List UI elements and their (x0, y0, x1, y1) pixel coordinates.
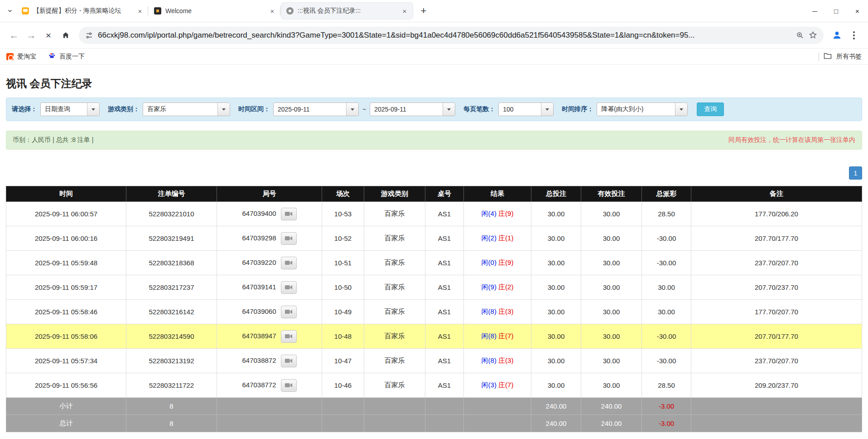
zoom-icon[interactable] (796, 31, 804, 39)
stop-loading-icon[interactable]: × (41, 28, 56, 43)
total-bet-cell[interactable]: 30.00 (531, 275, 581, 300)
valid-bet-cell: 30.00 (581, 324, 642, 349)
dropdown-button[interactable] (217, 103, 230, 116)
site-settings-icon[interactable] (85, 31, 93, 39)
query-button[interactable]: 查询 (697, 102, 724, 116)
table-row: 2025-09-11 05:58:06522803214590647038947… (6, 324, 862, 349)
dropdown-button[interactable] (675, 103, 687, 116)
bookmark-taobao[interactable]: 爱淘宝 (6, 53, 36, 61)
dropdown-button[interactable] (87, 103, 99, 116)
result-player: 闲(8) (482, 332, 497, 340)
note-cell: 177.70/207.70 (691, 300, 862, 324)
home-icon[interactable] (58, 28, 73, 43)
empty-cell (425, 398, 464, 415)
game-type-dropdown[interactable]: 百家乐 (143, 102, 230, 116)
total-bet-cell[interactable]: 30.00 (531, 202, 581, 226)
video-replay-icon[interactable] (281, 306, 297, 318)
subtotal-count-cell: 8 (126, 398, 217, 415)
maximize-button[interactable]: □ (825, 0, 847, 22)
total-bet-cell[interactable]: 30.00 (531, 373, 581, 398)
round-number: 647038772 (242, 380, 276, 388)
session-cell: 10-51 (322, 251, 364, 275)
column-header: 有效投注 (581, 186, 642, 202)
forward-icon[interactable]: → (24, 28, 39, 43)
tab-close-icon[interactable]: × (136, 7, 144, 15)
tab-search-chevron-icon[interactable] (4, 5, 16, 17)
game-type-cell: 百家乐 (364, 300, 425, 324)
page-size-label: 每页笔数： (463, 105, 495, 113)
bookmark-star-icon[interactable] (809, 31, 817, 39)
browser-tab-3-active[interactable]: :::视讯 会员下注纪录::: × (281, 2, 413, 20)
note-cell: 207.70/237.70 (691, 275, 862, 300)
round-cell: 647039220 (217, 251, 322, 275)
date-to-value[interactable]: 2025-09-11 (370, 103, 443, 116)
bookmark-baidu[interactable]: 百度一下 (48, 52, 85, 61)
total-bet-cell[interactable]: 30.00 (531, 349, 581, 373)
profile-icon[interactable] (829, 28, 844, 43)
result-banker: 庄(3) (498, 307, 513, 315)
summary-bar: 币别：人民币 | 总共 :8 注单 | 同局有效投注，统一计算在该局第一张注单内 (6, 131, 862, 150)
select-mode-value[interactable]: 日期查询 (41, 103, 87, 116)
url-bar[interactable]: 66cxkj98.com/ipl/portal.php/game/betreco… (79, 27, 824, 44)
filter-select-mode: 请选择： 日期查询 (12, 102, 100, 116)
game-type-cell: 百家乐 (364, 251, 425, 275)
empty-cell (217, 398, 322, 415)
date-from-value[interactable]: 2025-09-11 (274, 103, 346, 116)
date-to-dropdown[interactable]: 2025-09-11 (370, 102, 455, 116)
dropdown-button[interactable] (541, 103, 553, 116)
browser-tab-1[interactable]: 【新提醒】积分 - 海燕策略论坛 × (16, 2, 149, 20)
result-player: 闲(3) (482, 381, 497, 389)
page-size-dropdown[interactable]: 100 (498, 102, 554, 116)
chevron-down-icon (92, 108, 95, 111)
table-no-cell: AS1 (425, 373, 464, 398)
result-cell: 闲(3) 庄(7) (464, 373, 531, 398)
window-close-button[interactable]: × (847, 0, 868, 22)
total-bet-cell[interactable]: 30.00 (531, 300, 581, 324)
result-player: 闲(9) (482, 283, 497, 291)
total-bet-cell[interactable]: 30.00 (531, 251, 581, 275)
page-size-value[interactable]: 100 (499, 103, 541, 116)
back-icon[interactable]: ← (6, 28, 22, 43)
payout-cell: -30.00 (642, 226, 691, 251)
time-cell: 2025-09-11 05:59:48 (6, 251, 126, 275)
date-from-dropdown[interactable]: 2025-09-11 (273, 102, 359, 116)
game-type-cell: 百家乐 (364, 226, 425, 251)
browser-menu-icon[interactable] (846, 28, 862, 43)
browser-tab-2[interactable]: Welcome × (149, 2, 281, 20)
video-replay-icon[interactable] (281, 208, 297, 220)
video-replay-icon[interactable] (281, 232, 297, 245)
result-player: 闲(8) (482, 356, 497, 364)
bet-id-cell: 522803216142 (126, 300, 217, 324)
sort-value[interactable]: 降幂(由大到小) (597, 103, 675, 116)
sort-dropdown[interactable]: 降幂(由大到小) (597, 102, 688, 116)
round-cell: 647039298 (217, 226, 322, 251)
tab-title: Welcome (165, 7, 264, 15)
url-text[interactable]: 66cxkj98.com/ipl/portal.php/game/betreco… (98, 31, 791, 40)
minimize-button[interactable]: ─ (804, 0, 825, 22)
total-bet-cell[interactable]: 30.00 (531, 324, 581, 349)
summary-warning-text: 同局有效投注，统一计算在该局第一张注单内 (728, 136, 855, 144)
new-tab-button[interactable]: + (417, 4, 430, 18)
all-bookmarks[interactable]: 所有书签 (819, 52, 862, 61)
page-button-1[interactable]: 1 (849, 166, 862, 180)
video-replay-icon[interactable] (281, 379, 297, 392)
video-replay-icon[interactable] (281, 281, 297, 294)
video-replay-icon[interactable] (281, 257, 297, 269)
tab-close-icon[interactable]: × (400, 7, 409, 15)
video-replay-icon[interactable] (281, 355, 297, 367)
video-replay-icon[interactable] (281, 330, 297, 343)
game-type-cell: 百家乐 (364, 275, 425, 300)
game-type-value[interactable]: 百家乐 (143, 103, 217, 116)
tab-close-icon[interactable]: × (268, 7, 276, 15)
result-cell: 闲(4) 庄(9) (464, 202, 531, 226)
total-bet-cell[interactable]: 30.00 (531, 226, 581, 251)
select-mode-dropdown[interactable]: 日期查询 (40, 102, 100, 116)
valid-bet-cell: 30.00 (581, 275, 642, 300)
total-payout-cell: -3.00 (642, 415, 691, 432)
session-cell: 10-47 (322, 349, 364, 373)
time-cell: 2025-09-11 05:59:17 (6, 275, 126, 300)
dropdown-button[interactable] (443, 103, 455, 116)
dropdown-button[interactable] (346, 103, 358, 116)
round-number: 647039400 (242, 209, 276, 217)
round-number: 647039060 (242, 307, 276, 315)
